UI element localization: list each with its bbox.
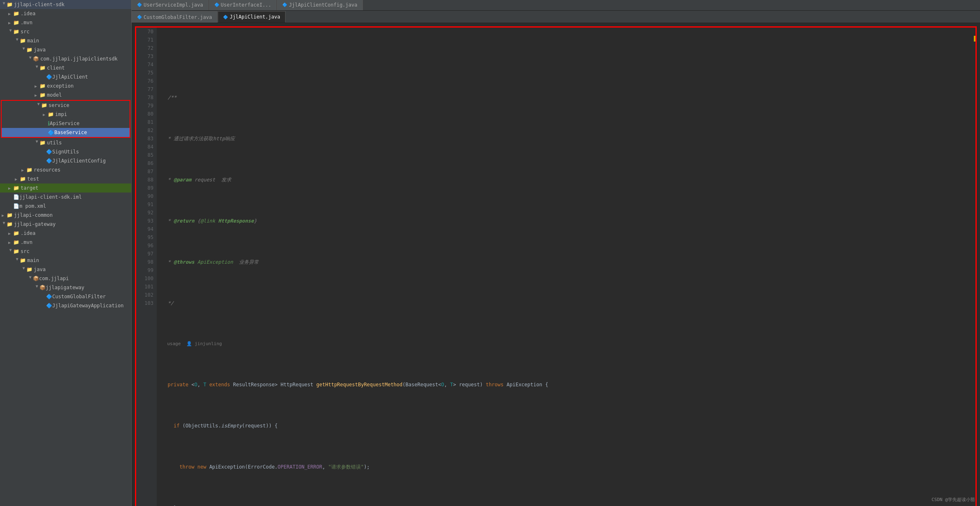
code-line-80: } <box>162 504 971 506</box>
code-line-75: * @throws ApiException 业务异常 <box>162 258 971 266</box>
folder-label: impi <box>55 111 67 117</box>
folder-icon: 📁 <box>13 239 19 245</box>
sidebar-item-BaseService[interactable]: ▶ 🔷 BaseService <box>2 128 130 137</box>
tab-label: UserInterfaceI... <box>221 2 272 8</box>
java-class-icon: 🔷 <box>46 158 52 164</box>
sidebar-item-ApiService[interactable]: ▶ ℹ ApiService <box>2 119 130 128</box>
project-label: jjlapi-client-sdk <box>14 2 65 7</box>
file-label: jjlapi-client-sdk.iml <box>19 194 82 200</box>
file-label: SignUtils <box>52 149 79 155</box>
sidebar-item-java[interactable]: ▶ 📁 java <box>0 45 131 54</box>
sidebar-item-main[interactable]: ▶ 📁 main <box>0 36 131 45</box>
arrow-icon: ▶ <box>15 177 20 181</box>
project-jjlapi-common[interactable]: ▶ 📁 jjlapi-common <box>0 211 131 220</box>
file-tree[interactable]: ▶ 📁 jjlapi-client-sdk ▶ 📁 .idea ▶ 📁 .mvn… <box>0 0 132 506</box>
sidebar-item-JjlapiGatewayApplication[interactable]: ▶ 🔷 JjlapiGatewayApplication <box>0 301 131 310</box>
arrow-icon: ▶ <box>2 222 7 227</box>
tab-UserInterfaceI[interactable]: 🔷 UserInterfaceI... <box>209 0 277 10</box>
sidebar-item-JjlApiClient[interactable]: ▶ 🔷 JjlApiClient <box>0 72 131 81</box>
sidebar-item-impi[interactable]: ▶ 📁 impi <box>2 110 130 119</box>
sidebar-item-gateway-mvn[interactable]: ▶ 📁 .mvn <box>0 238 131 247</box>
java-class-icon: 🔷 <box>48 130 54 136</box>
sidebar-item-iml[interactable]: ▶ 📄 jjlapi-client-sdk.iml <box>0 193 131 202</box>
file-label: JjlApiClient <box>52 74 88 80</box>
package-icon: 📦 <box>39 285 46 290</box>
sidebar-item-jjlapigateway[interactable]: ▶ 📦 jjlapigateway <box>0 283 131 292</box>
sidebar-item-service[interactable]: ▶ 📁 service <box>2 101 130 110</box>
folder-label: src <box>21 29 30 35</box>
arrow-icon: ▶ <box>37 103 41 108</box>
arrow-icon: ▶ <box>28 56 33 61</box>
sidebar-item-JjlApiClientConfig[interactable]: ▶ 🔷 JjlApiClientConfig <box>0 156 131 165</box>
sidebar-item-pom[interactable]: ▶ 📄 m pom.xml <box>0 202 131 211</box>
folder-icon: 📁 <box>13 29 19 35</box>
sidebar-item-gateway-src[interactable]: ▶ 📁 src <box>0 247 131 256</box>
java-icon: 🔷 <box>214 2 219 7</box>
folder-icon: 📁 <box>39 83 46 89</box>
arrow-icon: ▶ <box>9 249 13 254</box>
file-label: ApiService <box>50 121 79 126</box>
folder-icon: 📁 <box>13 20 19 26</box>
sidebar-item-gateway-idea[interactable]: ▶ 📁 .idea <box>0 229 131 238</box>
service-folder-highlight: ▶ 📁 service ▶ 📁 impi ▶ ℹ ApiService ▶ 🔷 … <box>1 100 130 138</box>
code-editor[interactable]: 70 71 72 73 74 75 76 77 78 79 80 81 82 8… <box>132 23 980 506</box>
folder-label: .mvn <box>21 20 33 26</box>
java-class-icon: 🔷 <box>46 149 52 155</box>
arrow-icon: ▶ <box>2 2 7 7</box>
code-line-78: if (ObjectUtils.isEmpty(request)) { <box>162 422 971 430</box>
yellow-indicator <box>974 36 975 42</box>
project-jjlapi-gateway[interactable]: ▶ 📁 jjlapi-gateway <box>0 220 131 229</box>
folder-label: main <box>27 258 39 263</box>
code-highlight-region: 70 71 72 73 74 75 76 77 78 79 80 81 82 8… <box>135 26 977 506</box>
java-icon: 🔷 <box>282 2 287 7</box>
watermark-text: CSDN @学先趁读小豁 <box>931 497 975 502</box>
java-class-icon: 🔷 <box>46 303 52 309</box>
folder-label: model <box>47 92 62 98</box>
sidebar-item-package[interactable]: ▶ 📦 com.jjlapi.jjlapiclientsdk <box>0 54 131 63</box>
sidebar-item-CustomGlobalFilter[interactable]: ▶ 🔷 CustomGlobalFilter <box>0 292 131 301</box>
sidebar-item-SignUtils[interactable]: ▶ 🔷 SignUtils <box>0 147 131 156</box>
sidebar-item-gateway-main[interactable]: ▶ 📁 main <box>0 256 131 265</box>
sidebar-item-model[interactable]: ▶ 📁 model <box>0 91 131 100</box>
package-label: com.jjlapi <box>39 276 69 281</box>
sidebar-item-target[interactable]: ▶ 📁 target <box>0 183 131 193</box>
code-line-72: * 通过请求方法获取http响应 <box>162 135 971 143</box>
tab-UserServiceImpl[interactable]: 🔷 UserServiceImpl.java <box>132 0 209 10</box>
sidebar-item-gateway-package[interactable]: ▶ 📦 com.jjlapi <box>0 274 131 283</box>
code-line-71: /** <box>162 93 971 102</box>
sidebar-item-client[interactable]: ▶ 📁 client <box>0 63 131 72</box>
watermark: CSDN @学先趁读小豁 <box>931 497 975 503</box>
tab-JjlApiClient[interactable]: 🔷 JjlApiClient.java <box>218 11 286 23</box>
arrow-icon: ▶ <box>35 84 39 88</box>
code-line-76: */ <box>162 299 971 307</box>
tab-label: UserServiceImpl.java <box>144 2 203 8</box>
file-label: JjlApiClientConfig <box>52 158 106 164</box>
sidebar-item-mvn[interactable]: ▶ 📁 .mvn <box>0 18 131 27</box>
sidebar-item-utils[interactable]: ▶ 📁 utils <box>0 138 131 147</box>
package-icon: 📦 <box>33 56 39 62</box>
sidebar-item-src[interactable]: ▶ 📁 src <box>0 27 131 36</box>
tab-label: CustomGlobalFilter.java <box>144 14 212 20</box>
arrow-icon: ▶ <box>9 29 13 34</box>
folder-icon: 📁 <box>48 111 54 117</box>
main-tab-bar[interactable]: 🔷 CustomGlobalFilter.java 🔷 JjlApiClient… <box>132 11 980 23</box>
arrow-icon: ▶ <box>8 21 13 25</box>
sidebar-item-exception[interactable]: ▶ 📁 exception <box>0 81 131 91</box>
arrow-icon: ▶ <box>8 186 13 190</box>
tab-JjlApiClientConfig[interactable]: 🔷 JjlApiClientConfig.java <box>277 0 362 10</box>
sidebar-item-test[interactable]: ▶ 📁 test <box>0 174 131 183</box>
arrow-icon: ▶ <box>15 258 20 263</box>
sidebar-item-resources[interactable]: ▶ 📁 resources <box>0 165 131 174</box>
tab-CustomGlobalFilter[interactable]: 🔷 CustomGlobalFilter.java <box>132 11 217 23</box>
sidebar-item-gateway-java[interactable]: ▶ 📁 java <box>0 265 131 274</box>
code-line-74: * @return {@link HttpResponse} <box>162 217 971 225</box>
top-tab-bar[interactable]: 🔷 UserServiceImpl.java 🔷 UserInterfaceI.… <box>132 0 980 11</box>
project-jjlapi-client-sdk[interactable]: ▶ 📁 jjlapi-client-sdk <box>0 0 131 9</box>
code-line-73: * @param request 发求 <box>162 176 971 184</box>
folder-icon: 📁 <box>39 140 46 146</box>
sidebar-item-idea[interactable]: ▶ 📁 .idea <box>0 9 131 18</box>
folder-icon: 📁 <box>13 248 19 254</box>
arrow-icon: ▶ <box>43 112 48 117</box>
arrow-icon: ▶ <box>8 231 13 236</box>
folder-icon: 📁 <box>13 11 19 16</box>
